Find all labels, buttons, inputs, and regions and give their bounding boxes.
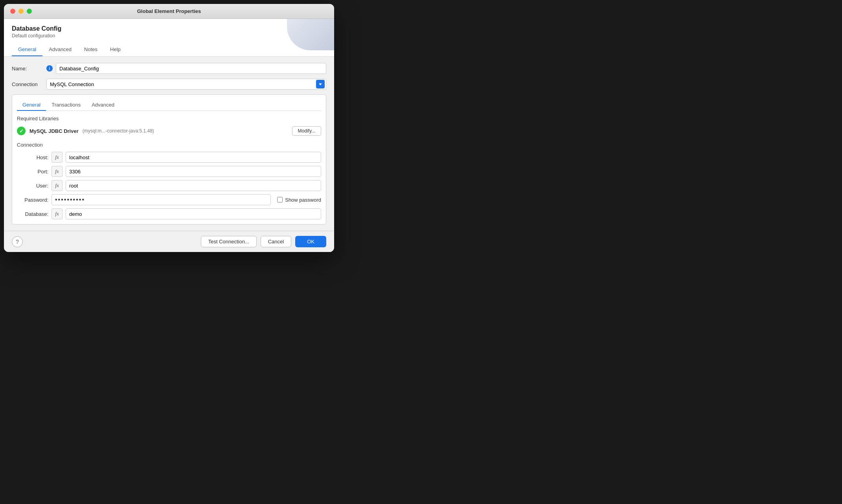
password-field[interactable]: •••••••••• [51,194,271,205]
show-password-wrapper: Show password [277,197,321,203]
connection-type-row: Connection MySQL Connection Generic Conn… [12,79,326,90]
tab-notes-outer[interactable]: Notes [78,43,104,56]
user-input[interactable] [66,180,321,191]
port-label: Port: [17,169,48,175]
user-fx-button[interactable]: fx [51,180,63,191]
test-connection-button[interactable]: Test Connection... [201,236,257,247]
config-subtitle: Default configuration [12,33,326,39]
database-row: Database: fx [17,208,321,219]
password-row: Password: •••••••••• Show password [17,194,321,205]
maximize-button[interactable] [27,9,32,14]
show-password-checkbox[interactable] [277,197,283,202]
dialog-footer: ? Test Connection... Cancel OK [4,231,334,252]
tab-advanced-outer[interactable]: Advanced [42,43,78,56]
database-input[interactable] [66,208,321,219]
user-row: User: fx [17,180,321,191]
modify-button[interactable]: Modify... [292,126,321,136]
tab-general-inner[interactable]: General [17,99,46,111]
host-fx-button[interactable]: fx [51,152,63,163]
cancel-button[interactable]: Cancel [261,236,291,247]
outer-tab-bar: General Advanced Notes Help [12,43,326,56]
dialog-window: Global Element Properties Database Confi… [4,4,334,252]
tab-general-outer[interactable]: General [12,43,42,56]
inner-panel: General Transactions Advanced Required L… [12,94,326,224]
show-password-label: Show password [285,197,321,203]
ok-button[interactable]: OK [295,236,326,247]
connection-select-wrapper: MySQL Connection Generic Connection [46,79,326,90]
password-label: Password: [17,197,48,203]
window-controls [10,9,32,14]
host-input[interactable] [66,152,321,163]
name-label: Name: [12,66,43,72]
minimize-button[interactable] [18,9,24,14]
connection-fields: Host: fx Port: fx User: fx [17,152,321,219]
host-row: Host: fx [17,152,321,163]
connection-section-title: Connection [17,142,321,148]
user-label: User: [17,183,48,189]
library-row: MySQL JDBC Driver (mysql:m...-connector-… [17,125,321,137]
name-row: Name: i [12,63,326,74]
name-info-icon: i [46,65,53,72]
tab-help-outer[interactable]: Help [104,43,127,56]
port-fx-button[interactable]: fx [51,166,63,177]
port-row: Port: fx [17,166,321,177]
title-bar: Global Element Properties [4,4,334,19]
footer-right: Test Connection... Cancel OK [201,236,326,247]
library-version: (mysql:m...-connector-java:5.1.48) [83,128,154,134]
connection-select[interactable]: MySQL Connection Generic Connection [46,79,326,90]
dialog-header: Database Config Default configuration Ge… [4,19,334,57]
tab-advanced-inner[interactable]: Advanced [86,99,120,111]
dialog-body: Name: i Connection MySQL Connection Gene… [4,57,334,231]
config-title: Database Config [12,25,326,32]
footer-left: ? [12,236,23,247]
close-button[interactable] [10,9,15,14]
host-label: Host: [17,155,48,160]
library-status-icon [17,127,26,135]
dialog-title: Global Element Properties [137,8,201,14]
help-button[interactable]: ? [12,236,23,247]
inner-tab-bar: General Transactions Advanced [17,99,321,111]
library-name: MySQL JDBC Driver [29,128,79,134]
tab-transactions-inner[interactable]: Transactions [46,99,86,111]
name-input[interactable] [56,63,326,74]
required-libraries-title: Required Libraries [17,116,321,121]
port-input[interactable] [66,166,321,177]
database-fx-button[interactable]: fx [51,208,63,219]
database-label: Database: [17,211,48,217]
connection-label: Connection [12,81,43,87]
